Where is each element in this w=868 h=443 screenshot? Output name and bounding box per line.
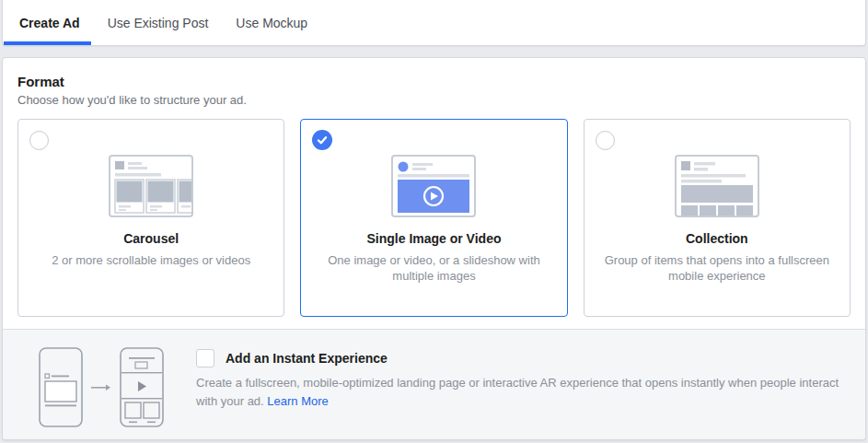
single-image-video-description: One image or video, or a slideshow with … bbox=[301, 252, 566, 284]
format-section-subtitle: Choose how you'd like to structure your … bbox=[17, 93, 851, 107]
active-tab-underline bbox=[4, 41, 91, 45]
format-panel: Format Choose how you'd like to structur… bbox=[2, 57, 866, 440]
format-card-collection[interactable]: Collection Group of items that opens int… bbox=[584, 119, 851, 317]
tab-use-existing-post[interactable]: Use Existing Post bbox=[108, 16, 209, 30]
format-section-header: Format Choose how you'd like to structur… bbox=[3, 58, 865, 119]
learn-more-link[interactable]: Learn More bbox=[267, 394, 328, 408]
single-image-video-selected-check-icon[interactable] bbox=[312, 130, 332, 150]
collection-title: Collection bbox=[584, 231, 850, 246]
format-option-cards: Carousel 2 or more scrollable images or … bbox=[3, 119, 865, 317]
instant-experience-phones-icon bbox=[38, 345, 167, 434]
ad-setup-tabbar: Create Ad Use Existing Post Use Mockup bbox=[2, 0, 866, 46]
collection-description: Group of items that opens into a fullscr… bbox=[584, 252, 850, 284]
collection-icon bbox=[584, 155, 850, 217]
ad-format-screen: Create Ad Use Existing Post Use Mockup F… bbox=[0, 0, 868, 443]
format-section-title: Format bbox=[17, 74, 851, 89]
carousel-icon bbox=[18, 155, 284, 217]
tab-use-mockup[interactable]: Use Mockup bbox=[236, 16, 307, 30]
carousel-radio-unselected[interactable] bbox=[29, 131, 49, 150]
carousel-description: 2 or more scrollable images or videos bbox=[18, 252, 284, 268]
instant-experience-content: Add an Instant Experience Create a fulls… bbox=[196, 344, 851, 411]
single-image-video-icon bbox=[301, 155, 566, 217]
collection-radio-unselected[interactable] bbox=[596, 131, 615, 150]
instant-experience-description: Create a fullscreen, mobile-optimized la… bbox=[196, 374, 851, 411]
single-image-video-title: Single Image or Video bbox=[301, 231, 566, 246]
add-instant-experience-checkbox[interactable] bbox=[196, 349, 214, 367]
carousel-title: Carousel bbox=[18, 231, 284, 246]
format-card-single-image-or-video[interactable]: Single Image or Video One image or video… bbox=[300, 119, 567, 317]
tab-create-ad[interactable]: Create Ad bbox=[19, 16, 80, 30]
instant-experience-title: Add an Instant Experience bbox=[226, 351, 388, 366]
instant-experience-section: Add an Instant Experience Create a fulls… bbox=[3, 329, 865, 439]
format-card-carousel[interactable]: Carousel 2 or more scrollable images or … bbox=[17, 119, 284, 317]
